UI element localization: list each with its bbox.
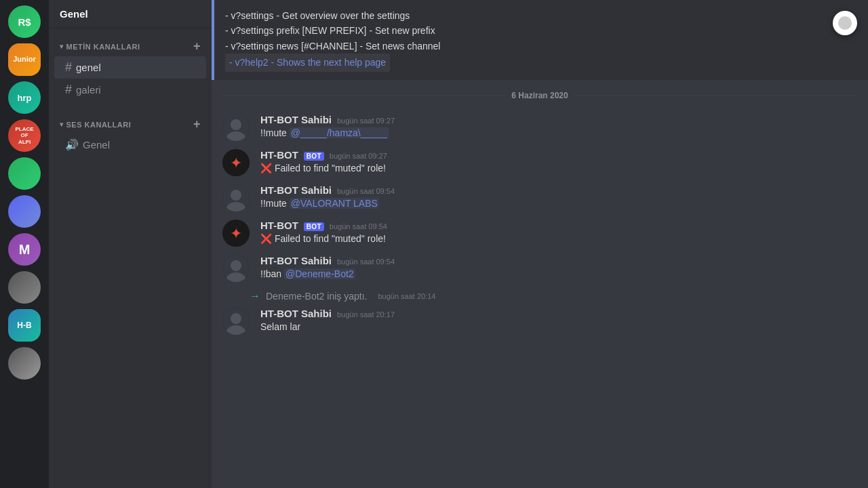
add-voice-channel-button[interactable]: + <box>188 117 206 131</box>
help-line-2: - v?settings prefix [NEW PREFIX] - Set n… <box>225 23 857 38</box>
system-text-1: Deneme-Bot2 iniş yaptı. <box>266 291 367 302</box>
help-line-1: - v?settings - Get overview over the set… <box>225 8 857 23</box>
message-header-7: HT-BOT Sahibi bugün saat 20:17 <box>260 308 857 319</box>
server-icon-gray[interactable] <box>8 271 41 304</box>
system-message-1: → Deneme-Bot2 iniş yaptı. bugün saat 20:… <box>212 287 868 305</box>
server-icon-blue[interactable] <box>8 195 41 228</box>
svg-point-14 <box>231 313 241 324</box>
svg-point-11 <box>231 260 241 271</box>
avatar-owner-2 <box>222 184 250 211</box>
timestamp-7: bugün saat 20:17 <box>337 310 395 319</box>
message-text-4: ❌ Failed to find "muted" role! <box>260 232 857 246</box>
server-icon-hb[interactable]: H-B <box>8 309 41 342</box>
text-channels-label[interactable]: ▾ METİN KANALLARI <box>60 43 140 51</box>
message-text-1: !!mute @_____/hamza\_____ <box>260 127 857 140</box>
circle-icon <box>838 16 852 30</box>
svg-text:✦: ✦ <box>230 224 242 241</box>
date-divider: 6 Haziran 2020 <box>212 80 868 111</box>
voice-channels-category: ▾ SES KANALLARI + <box>49 106 212 134</box>
hash-icon: # <box>65 60 72 75</box>
svg-point-1 <box>231 119 241 130</box>
message-text-2: ❌ Failed to find "muted" role! <box>260 162 857 176</box>
username-3: HT-BOT Sahibi <box>260 184 332 196</box>
timestamp-3: bugün saat 09:54 <box>337 187 395 195</box>
chat-messages[interactable]: - v?settings - Get overview over the set… <box>212 0 868 488</box>
message-header-5: HT-BOT Sahibi bugün saat 09:54 <box>260 255 857 266</box>
message-content-7: HT-BOT Sahibi bugün saat 20:17 Selam lar <box>260 308 857 335</box>
system-time-1: bugün saat 20:14 <box>378 292 435 300</box>
server-icon-wolf[interactable] <box>8 347 41 380</box>
message-group-3: HT-BOT Sahibi bugün saat 09:54 !!mute @V… <box>212 182 868 214</box>
channel-item-genel-voice[interactable]: 🔊 Genel <box>54 134 206 155</box>
message-content-4: HT-BOT BOT bugün saat 09:54 ❌ Failed to … <box>260 220 857 247</box>
help-line-4: - v?help2 - Shows the next help page <box>225 54 390 71</box>
message-text-3: !!mute @VALORANT LABS <box>260 197 857 211</box>
channel-sidebar: Genel ▾ METİN KANALLARI + # genel # gale… <box>49 0 212 488</box>
message-content-5: HT-BOT Sahibi bugün saat 09:54 !!ban @De… <box>260 255 857 282</box>
text-channels-category: ▾ METİN KANALLARI + <box>49 28 212 56</box>
server-icon-place[interactable]: PLACEOFALPI <box>8 119 41 152</box>
timestamp-5: bugün saat 09:54 <box>337 258 395 266</box>
timestamp-4: bugün saat 09:54 <box>330 222 387 230</box>
username-2: HT-BOT <box>260 149 298 161</box>
timestamp-2: bugün saat 09:27 <box>330 152 387 160</box>
mention-1[interactable]: @_____/hamza\_____ <box>290 127 389 138</box>
mention-2[interactable]: @VALORANT LABS <box>290 198 379 209</box>
message-header-1: HT-BOT Sahibi bugün saat 09:27 <box>260 114 857 125</box>
channel-item-genel[interactable]: # genel <box>54 56 206 79</box>
help-block: - v?settings - Get overview over the set… <box>212 0 868 80</box>
add-text-channel-button[interactable]: + <box>188 39 206 54</box>
message-content-2: HT-BOT BOT bugün saat 09:27 ❌ Failed to … <box>260 149 857 176</box>
server-icon-junior[interactable]: Junior <box>8 43 41 76</box>
arrow-icon: → <box>250 290 260 302</box>
message-group-2: ✦ HT-BOT BOT bugün saat 09:27 ❌ Failed t… <box>212 146 868 179</box>
server-icon-green[interactable] <box>8 157 41 190</box>
message-content-3: HT-BOT Sahibi bugün saat 09:54 !!mute @V… <box>260 184 857 211</box>
server-list: R$ Junior hrp PLACEOFALPI M H-B <box>0 0 49 488</box>
message-header-2: HT-BOT BOT bugün saat 09:27 <box>260 149 857 161</box>
avatar-owner-1 <box>222 114 250 141</box>
timestamp-1: bugün saat 09:27 <box>337 117 395 125</box>
voice-channels-label[interactable]: ▾ SES KANALLARI <box>60 121 131 129</box>
message-group-1: HT-BOT Sahibi bugün saat 09:27 !!mute @_… <box>212 111 868 144</box>
avatar-bot-1: ✦ <box>222 149 250 176</box>
bot-badge-2: BOT <box>304 222 324 231</box>
svg-text:✦: ✦ <box>230 154 242 171</box>
server-name[interactable]: Genel <box>49 0 212 28</box>
speaker-icon: 🔊 <box>65 138 79 151</box>
message-text-5: !!ban @Deneme-Bot2 <box>260 268 857 281</box>
avatar-owner-4 <box>222 308 250 335</box>
server-icon-rs[interactable]: R$ <box>8 5 41 38</box>
svg-point-6 <box>231 190 241 201</box>
bot-badge-1: BOT <box>304 152 324 161</box>
mention-3[interactable]: @Deneme-Bot2 <box>284 268 355 279</box>
username-1: HT-BOT Sahibi <box>260 114 332 125</box>
server-icon-hrp[interactable]: hrp <box>8 81 41 114</box>
server-icon-m[interactable]: M <box>8 233 41 266</box>
help-line-3: - v?settings news [#CHANNEL] - Set news … <box>225 39 857 54</box>
message-group-7: HT-BOT Sahibi bugün saat 20:17 Selam lar <box>212 305 868 338</box>
message-text-7: Selam lar <box>260 321 857 334</box>
avatar-owner-3 <box>222 255 250 282</box>
chat-wrapper: - v?settings - Get overview over the set… <box>212 0 868 488</box>
chat-area: - v?settings - Get overview over the set… <box>212 0 868 488</box>
username-5: HT-BOT Sahibi <box>260 255 332 266</box>
scroll-to-bottom-button[interactable] <box>833 11 857 35</box>
message-content-1: HT-BOT Sahibi bugün saat 09:27 !!mute @_… <box>260 114 857 141</box>
message-header-3: HT-BOT Sahibi bugün saat 09:54 <box>260 184 857 196</box>
avatar-bot-2: ✦ <box>222 220 250 247</box>
username-4: HT-BOT <box>260 220 298 231</box>
hash-icon: # <box>65 83 72 97</box>
username-7: HT-BOT Sahibi <box>260 308 332 319</box>
message-group-4: ✦ HT-BOT BOT bugün saat 09:54 ❌ Failed t… <box>212 217 868 249</box>
message-header-4: HT-BOT BOT bugün saat 09:54 <box>260 220 857 231</box>
channel-item-galeri[interactable]: # galeri <box>54 79 206 101</box>
message-group-5: HT-BOT Sahibi bugün saat 09:54 !!ban @De… <box>212 252 868 285</box>
